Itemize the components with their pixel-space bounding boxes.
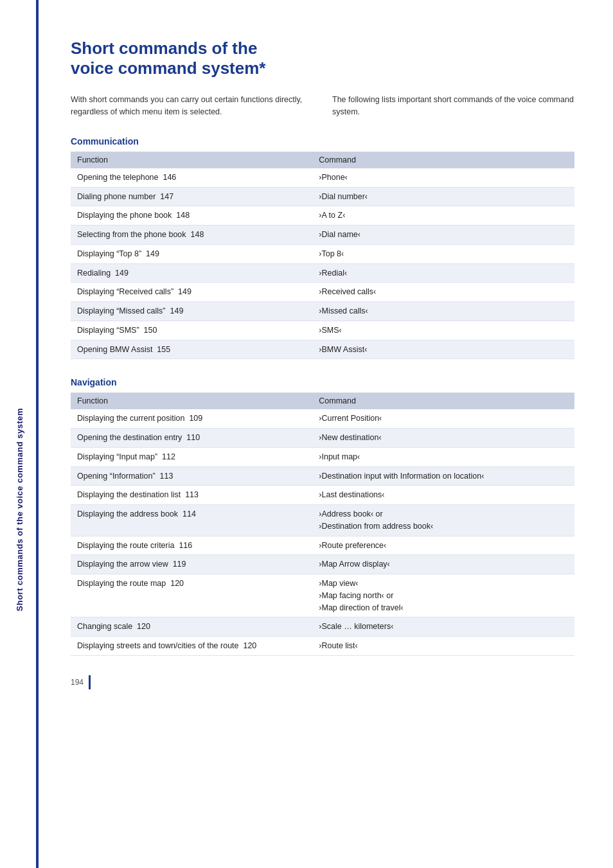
table-row: Displaying “Missed calls” 149›Missed cal… [71,302,574,321]
table-row: Selecting from the phone book 148›Dial n… [71,226,574,245]
function-cell: Displaying streets and town/cities of th… [71,637,312,656]
command-cell: ›Last destinations‹ [312,486,574,505]
command-cell: ›BMW Assist‹ [312,340,574,359]
blue-bar [36,0,39,868]
command-cell: ›Dial name‹ [312,226,574,245]
sidebar-text: Short commands of the voice command syst… [15,408,24,611]
intro-right: The following lists important short comm… [332,94,574,118]
navigation-heading: Navigation [71,377,574,387]
communication-col2-header: Command [312,152,574,168]
table-row: Opening the destination entry 110›New de… [71,429,574,448]
table-row: Displaying “Top 8” 149›Top 8‹ [71,244,574,263]
navigation-table: Function Command Displaying the current … [71,393,574,656]
function-cell: Displaying “Top 8” 149 [71,244,312,263]
main-content: Short commands of the voice command syst… [39,0,613,868]
function-cell: Opening BMW Assist 155 [71,340,312,359]
table-row: Displaying the route criteria 116›Route … [71,536,574,555]
function-cell: Displaying “SMS” 150 [71,321,312,340]
table-row: Displaying the current position 109›Curr… [71,409,574,428]
table-row: Opening “Information” 113›Destination in… [71,466,574,486]
function-cell: Displaying the phone book 148 [71,206,312,226]
command-cell: ›Current Position‹ [312,409,574,428]
command-cell: ›Missed calls‹ [312,302,574,321]
function-cell: Dialing phone number 147 [71,187,312,206]
command-cell: ›SMS‹ [312,321,574,340]
table-row: Redialing 149›Redial‹ [71,263,574,283]
function-cell: Displaying “Received calls” 149 [71,283,312,302]
table-row: Opening BMW Assist 155›BMW Assist‹ [71,340,574,359]
communication-table-header-row: Function Command [71,152,574,168]
command-cell: ›New destination‹ [312,429,574,448]
function-cell: Displaying “Missed calls” 149 [71,302,312,321]
table-row: Displaying streets and town/cities of th… [71,637,574,656]
communication-heading: Communication [71,136,574,146]
communication-col1-header: Function [71,152,312,168]
navigation-col1-header: Function [71,393,312,409]
communication-section: Communication Function Command Opening t… [71,136,574,360]
table-row: Opening the telephone 146›Phone‹ [71,168,574,187]
command-cell: ›Top 8‹ [312,244,574,263]
table-row: Displaying the destination list 113›Last… [71,486,574,505]
function-cell: Opening “Information” 113 [71,466,312,486]
table-row: Displaying the phone book 148›A to Z‹ [71,206,574,226]
table-row: Displaying “Received calls” 149›Received… [71,283,574,302]
command-cell: ›Route list‹ [312,637,574,656]
table-row: Displaying “Input map” 112›Input map‹ [71,447,574,466]
function-cell: Displaying the arrow view 119 [71,555,312,574]
table-row: Changing scale 120›Scale … kilometers‹ [71,617,574,637]
function-cell: Redialing 149 [71,263,312,283]
page-title: Short commands of the voice command syst… [71,39,574,78]
command-cell: ›Received calls‹ [312,283,574,302]
function-cell: Displaying the destination list 113 [71,486,312,505]
command-cell: ›Phone‹ [312,168,574,187]
table-row: Displaying the arrow view 119›Map Arrow … [71,555,574,574]
command-cell: ›Destination input with Information on l… [312,466,574,486]
function-cell: Displaying the address book 114 [71,505,312,536]
function-cell: Opening the telephone 146 [71,168,312,187]
communication-table: Function Command Opening the telephone 1… [71,152,574,360]
command-cell: ›Redial‹ [312,263,574,283]
command-cell: ›Map view‹ ›Map facing north‹ or ›Map di… [312,574,574,617]
table-row: Displaying the route map 120›Map view‹ ›… [71,574,574,617]
function-cell: Displaying the current position 109 [71,409,312,428]
command-cell: ›Map Arrow display‹ [312,555,574,574]
function-cell: Displaying the route map 120 [71,574,312,617]
command-cell: ›A to Z‹ [312,206,574,226]
navigation-table-header-row: Function Command [71,393,574,409]
function-cell: Selecting from the phone book 148 [71,226,312,245]
navigation-section: Navigation Function Command Displaying t… [71,377,574,656]
table-row: Dialing phone number 147›Dial number‹ [71,187,574,206]
table-row: Displaying the address book 114›Address … [71,505,574,536]
function-cell: Changing scale 120 [71,617,312,637]
function-cell: Opening the destination entry 110 [71,429,312,448]
function-cell: Displaying “Input map” 112 [71,447,312,466]
page-number-area: 194 [71,675,574,689]
intro-left: With short commands you can carry out ce… [71,94,313,118]
intro-columns: With short commands you can carry out ce… [71,94,574,118]
page-container: Short commands of the voice command syst… [0,0,613,868]
page-number-bar-decoration [89,675,91,689]
page-number-text: 194 [71,678,84,687]
sidebar: Short commands of the voice command syst… [0,0,39,868]
page-number-bar: 194 [71,675,574,689]
command-cell: ›Route preference‹ [312,536,574,555]
function-cell: Displaying the route criteria 116 [71,536,312,555]
command-cell: ›Input map‹ [312,447,574,466]
command-cell: ›Address book‹ or ›Destination from addr… [312,505,574,536]
command-cell: ›Dial number‹ [312,187,574,206]
command-cell: ›Scale … kilometers‹ [312,617,574,637]
table-row: Displaying “SMS” 150›SMS‹ [71,321,574,340]
navigation-col2-header: Command [312,393,574,409]
